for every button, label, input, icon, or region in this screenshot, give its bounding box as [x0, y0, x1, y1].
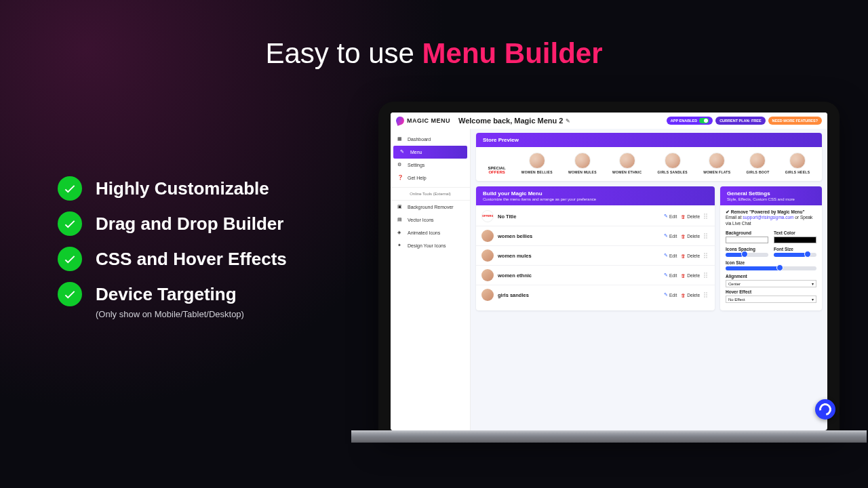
sidebar-item-label: Settings: [408, 163, 425, 167]
drag-handle-icon[interactable]: [704, 291, 709, 299]
hero-title: Easy to use Menu Builder: [0, 37, 868, 70]
preview-item[interactable]: GIRLS HEELS: [785, 152, 810, 174]
support-email-link[interactable]: support@risingsigma.com: [743, 215, 793, 220]
sidebar-item-label: Vector Icons: [408, 218, 434, 222]
row-thumb: [481, 269, 494, 281]
edit-button[interactable]: ✎ Edit: [664, 253, 677, 258]
pencil-icon: ✎: [400, 149, 406, 155]
design-icon: ✦: [397, 243, 403, 249]
upgrade-pill[interactable]: NEED MORE FEATURES?: [768, 117, 822, 125]
category-label: WOMEN MULES: [568, 170, 597, 174]
lower-panels: Build your Magic Menu Customize the menu…: [476, 186, 822, 316]
preview-item[interactable]: WOMEN BELLIES: [521, 152, 553, 174]
row-thumb: [481, 249, 494, 262]
sidebar-item-menu[interactable]: ✎Menu: [393, 146, 467, 159]
text-color-input[interactable]: [774, 237, 816, 243]
sidebar-item-label: Get Help: [408, 176, 427, 180]
edit-button[interactable]: ✎ Edit: [664, 214, 677, 219]
drag-handle-icon[interactable]: [704, 251, 709, 260]
card-header: Store Preview: [476, 133, 822, 147]
current-plan-pill[interactable]: CURRENT PLAN: FREE: [715, 117, 765, 125]
sidebar-item-dashboard[interactable]: ▦Dashboard: [391, 133, 470, 146]
chevron-down-icon: ▾: [812, 297, 814, 302]
row-title: girls sandles: [498, 292, 660, 298]
settings-body: ✔ Remove "Powered by Magic Menu" Email a…: [720, 205, 822, 310]
sidebar-tool-bg-remover[interactable]: ▣Background Remover: [391, 201, 470, 214]
row-actions: ✎ Edit🗑 Delete: [664, 291, 709, 299]
icons-spacing-slider[interactable]: [726, 253, 768, 257]
pencil-icon: ✎: [664, 214, 668, 219]
alignment-value: Center: [728, 282, 741, 286]
preview-item[interactable]: SPECIALOFFERS: [488, 166, 506, 174]
remove-branding-note: ✔ Remove "Powered by Magic Menu" Email a…: [726, 209, 816, 226]
category-thumb: [709, 152, 725, 169]
text-color-label: Text Color: [774, 230, 816, 235]
hover-effect-label: Hover Effect: [726, 289, 816, 294]
drag-handle-icon[interactable]: [704, 232, 709, 240]
background-color-input[interactable]: [726, 237, 768, 243]
feature-text: CSS and Hover Effects: [96, 249, 287, 270]
drag-handle-icon[interactable]: [704, 212, 709, 220]
menu-row: OFFERSNo Title✎ Edit🗑 Delete: [476, 207, 715, 226]
grid-icon: ▦: [397, 136, 403, 142]
sidebar-tool-vector[interactable]: ▤Vector Icons: [391, 214, 470, 226]
category-thumb: [574, 152, 591, 169]
edit-title-icon[interactable]: ✎: [566, 118, 570, 124]
laptop-base: [351, 430, 867, 478]
edit-button[interactable]: ✎ Edit: [664, 233, 677, 239]
sidebar-item-settings[interactable]: ⚙Settings: [391, 159, 470, 171]
sidebar-tool-animated[interactable]: ◈Animated Icons: [391, 226, 470, 239]
card-header: General Settings Style, Effects, Custom …: [720, 186, 822, 205]
menu-row: women mules✎ Edit🗑 Delete: [476, 246, 715, 266]
sidebar-tool-design[interactable]: ✦Design Your Icons: [391, 239, 470, 252]
menu-row: women ethnic✎ Edit🗑 Delete: [476, 266, 715, 285]
preview-item[interactable]: WOMEN FLATS: [703, 152, 730, 174]
anim-icon: ◈: [397, 230, 403, 236]
feature-text: Device Targeting: [96, 284, 237, 305]
chat-launcher[interactable]: [815, 399, 835, 420]
logo-mark-icon: [395, 115, 405, 125]
edit-button[interactable]: ✎ Edit: [664, 272, 677, 278]
menu-row: girls sandles✎ Edit🗑 Delete: [476, 285, 715, 304]
bg-remove-icon: ▣: [397, 204, 403, 210]
screen-bezel: MAGIC MENU Welcome back, Magic Menu 2 ✎ …: [378, 102, 840, 437]
special-offers-icon: SPECIALOFFERS: [488, 166, 506, 174]
drag-handle-icon[interactable]: [704, 271, 709, 279]
trash-icon: 🗑: [681, 273, 686, 278]
delete-button[interactable]: 🗑 Delete: [681, 273, 700, 278]
sidebar-item-label: Menu: [410, 150, 422, 155]
pencil-icon: ✎: [664, 272, 668, 278]
icon-size-slider[interactable]: [726, 266, 816, 270]
category-thumb: [749, 152, 766, 169]
welcome-message: Welcome back, Magic Menu 2 ✎: [458, 117, 570, 125]
alignment-select[interactable]: Center▾: [726, 280, 816, 287]
delete-button[interactable]: 🗑 Delete: [681, 214, 700, 219]
app-enabled-pill[interactable]: APP ENABLED: [667, 117, 713, 125]
row-title: women ethnic: [498, 272, 660, 279]
category-label: GIRLS SANDLES: [658, 170, 688, 174]
check-icon: [58, 247, 82, 271]
delete-button[interactable]: 🗑 Delete: [681, 253, 700, 258]
hover-effect-select[interactable]: No Effect▾: [726, 296, 816, 303]
preview-item[interactable]: WOMEN ETHNIC: [612, 152, 642, 174]
toggle-icon[interactable]: [699, 118, 709, 123]
icons-spacing-label: Icons Spacing: [726, 247, 768, 251]
preview-item[interactable]: GIRLS BOOT: [746, 152, 769, 174]
welcome-text: Welcome back, Magic Menu 2: [458, 117, 563, 125]
edit-button[interactable]: ✎ Edit: [664, 292, 677, 298]
delete-button[interactable]: 🗑 Delete: [681, 293, 700, 298]
pill-label: APP ENABLED: [671, 119, 697, 123]
sidebar-item-help[interactable]: ❓Get Help: [391, 171, 470, 184]
feature-subnote: (Only show on Mobile/Tablet/Desktop): [96, 309, 287, 319]
delete-button[interactable]: 🗑 Delete: [681, 234, 700, 239]
row-title: women mules: [498, 253, 660, 259]
preview-item[interactable]: GIRLS SANDLES: [658, 152, 688, 174]
app-logo[interactable]: MAGIC MENU: [396, 117, 450, 125]
menu-item-list: OFFERSNo Title✎ Edit🗑 Deletewomen bellie…: [476, 205, 715, 306]
pill-label: NEED MORE FEATURES?: [772, 119, 818, 123]
category-thumb: [789, 152, 806, 169]
help-icon: ❓: [397, 175, 403, 181]
preview-item[interactable]: WOMEN MULES: [568, 152, 597, 174]
font-size-slider[interactable]: [774, 253, 816, 257]
trash-icon: 🗑: [681, 293, 686, 298]
